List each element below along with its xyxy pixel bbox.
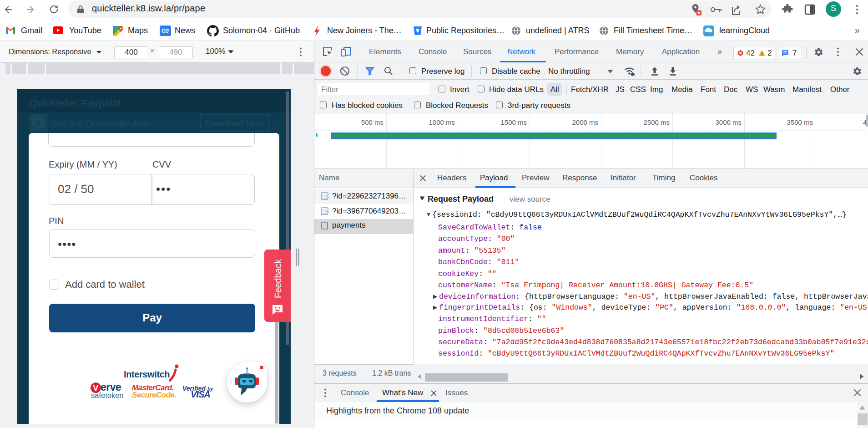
svg-text:G: G <box>161 28 166 34</box>
